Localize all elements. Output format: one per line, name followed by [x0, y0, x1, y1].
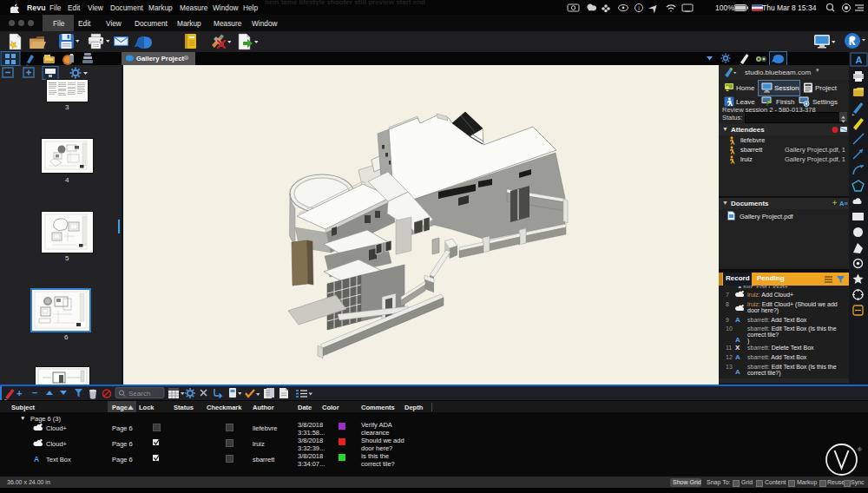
svg-text:i: i: [638, 5, 640, 11]
svg-text:100%: 100%: [715, 3, 734, 12]
svg-text:Search: Search: [128, 390, 150, 398]
svg-text:–: –: [32, 387, 37, 398]
svg-text:+: +: [16, 388, 22, 398]
svg-text:A: A: [856, 55, 863, 65]
svg-text:®: ®: [858, 447, 862, 452]
svg-text:Thu Mar 8 15:34: Thu Mar 8 15:34: [762, 3, 817, 12]
